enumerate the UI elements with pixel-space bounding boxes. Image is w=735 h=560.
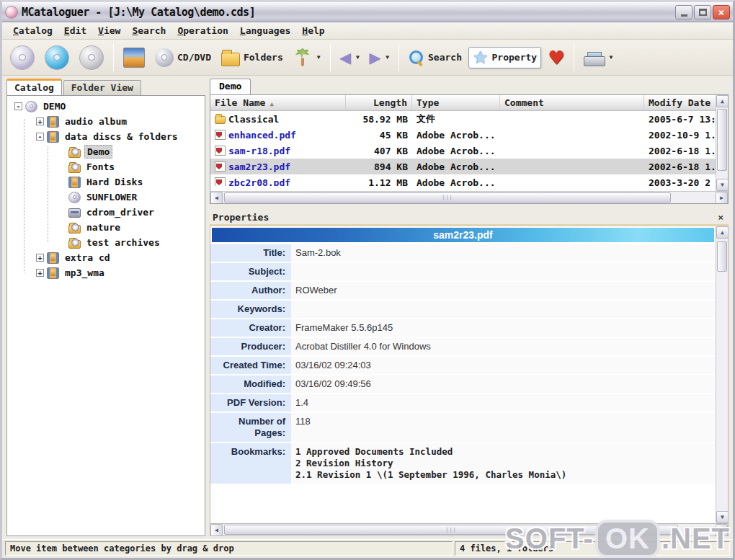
- properties-close-icon[interactable]: ×: [716, 212, 726, 223]
- tree-item-data-discs-folders[interactable]: -data discs & folders: [7, 129, 205, 144]
- search-icon: [409, 50, 424, 66]
- toolbar-separator: [398, 44, 399, 71]
- watermark-part3: .NET: [662, 523, 730, 555]
- column-header-type[interactable]: Type: [412, 95, 500, 110]
- scrollbar-thumb[interactable]: [717, 109, 727, 171]
- file-row-zbc2r08-pdf[interactable]: zbc2r08.pdf1.12 MBAdobe Acrob...2003-3-2…: [210, 174, 716, 186]
- app-window: MCataloguer - [J:\My Catalog\demo.cds] ×…: [0, 0, 735, 560]
- tree-item-mp3-wma[interactable]: +mp3_wma: [7, 265, 205, 280]
- minimize-button[interactable]: [675, 5, 692, 19]
- tree-item-fonts[interactable]: Fonts: [7, 159, 205, 174]
- scroll-left-icon[interactable]: ◀: [210, 192, 223, 204]
- forward-button[interactable]: ▶ ▼: [366, 47, 393, 68]
- content-area: Demo File Name▲LengthTypeCommentModify D…: [210, 79, 729, 536]
- property-row-pdf-version: PDF Version:1.4: [210, 394, 716, 413]
- menu-item-languages[interactable]: Languages: [235, 24, 295, 37]
- favorites-button[interactable]: ♥: [544, 47, 568, 68]
- dropdown-icon[interactable]: ▼: [386, 54, 389, 61]
- tree-item-cdrom-driver[interactable]: cdrom_driver: [7, 205, 205, 220]
- menu-item-catalog[interactable]: Catalog: [8, 24, 58, 37]
- tree-item-nature[interactable]: nature: [7, 220, 205, 235]
- dropdown-icon[interactable]: ▼: [317, 54, 321, 61]
- property-label: Subject:: [210, 263, 291, 280]
- file-row-classical[interactable]: Classical58.92 MB文件2005-6-7 13:: [210, 111, 716, 127]
- cell-modify_date: 2003-3-20 2: [644, 177, 716, 187]
- cell-type: Adobe Acrob...: [412, 177, 500, 187]
- file-row-sam2r23-pdf[interactable]: sam2r23.pdf894 KBAdobe Acrob...2002-6-18…: [210, 159, 716, 174]
- search-button[interactable]: Search: [405, 48, 466, 68]
- photo-button[interactable]: [120, 45, 148, 70]
- folders-button[interactable]: Folders: [218, 46, 287, 68]
- dropdown-icon[interactable]: ▼: [609, 54, 612, 61]
- print-button[interactable]: ▼: [580, 47, 616, 68]
- property-button[interactable]: ★ Property: [468, 47, 541, 68]
- collapse-icon[interactable]: -: [36, 133, 44, 141]
- folderdisc-icon: [68, 225, 81, 234]
- disc-silver-button[interactable]: [6, 43, 38, 72]
- menu-item-help[interactable]: Help: [297, 24, 329, 37]
- file-row-sam-r18-pdf[interactable]: sam-r18.pdf407 KBAdobe Acrob...2002-6-18…: [210, 143, 716, 159]
- catalog-tree: -DEMO+audio album-data discs & foldersDe…: [6, 95, 205, 536]
- maximize-icon: [699, 9, 707, 16]
- status-hint: Move item between categories by drag & d…: [5, 541, 453, 556]
- expand-icon[interactable]: +: [36, 117, 44, 125]
- cd-dvd-icon: [155, 48, 174, 67]
- expand-icon[interactable]: +: [36, 254, 44, 262]
- tree-item-extra-cd[interactable]: +extra cd: [7, 250, 205, 265]
- cell-name: sam-r18.pdf: [210, 146, 346, 156]
- property-label: Created Time:: [210, 357, 291, 374]
- property-row-keywords: Keywords:: [210, 301, 716, 319]
- tree-item-audio-album[interactable]: +audio album: [7, 114, 205, 129]
- scrollbar-thumb[interactable]: |||: [224, 192, 671, 203]
- cd-icon: [68, 192, 81, 203]
- dropdown-icon[interactable]: ▼: [356, 54, 360, 61]
- cd-dvd-button[interactable]: CD/DVD: [151, 46, 215, 69]
- expand-icon[interactable]: +: [36, 269, 44, 277]
- menu-item-view[interactable]: View: [93, 24, 125, 37]
- folderdisc-icon: [68, 164, 81, 173]
- tree-item-label: data discs & folders: [63, 130, 180, 143]
- collapse-icon[interactable]: -: [14, 102, 22, 110]
- column-header-length[interactable]: Length: [346, 95, 412, 110]
- scroll-right-icon[interactable]: ▶: [716, 192, 728, 204]
- folders-label: Folders: [244, 52, 283, 63]
- properties-vertical-scrollbar[interactable]: ▲ ▼: [716, 226, 728, 523]
- scroll-up-icon[interactable]: ▲: [716, 226, 729, 239]
- file-list-horizontal-scrollbar[interactable]: ◀ ||| ▶: [210, 191, 728, 203]
- menu-item-search[interactable]: Search: [127, 24, 171, 37]
- scroll-up-icon[interactable]: ▲: [716, 95, 729, 107]
- watermark-part1: SOFT-: [505, 523, 594, 555]
- file-row-enhanced-pdf[interactable]: enhanced.pdf45 KBAdobe Acrob...2002-10-9…: [210, 127, 716, 143]
- tree-view-button[interactable]: ▼: [290, 45, 324, 70]
- scroll-left-icon[interactable]: ◀: [210, 524, 223, 536]
- column-header-file-name[interactable]: File Name▲: [210, 95, 346, 110]
- menu-item-operation[interactable]: Operation: [172, 24, 233, 37]
- tree-item-demo[interactable]: -DEMO: [7, 99, 205, 114]
- maximize-button[interactable]: [694, 5, 711, 19]
- tree-item-hard-disks[interactable]: Hard Disks: [7, 174, 205, 190]
- tree-item-sunflower[interactable]: SUNFLOWER: [7, 190, 205, 205]
- close-button[interactable]: ×: [713, 5, 730, 19]
- scrollbar-thumb[interactable]: [717, 241, 727, 272]
- disc-gray-button[interactable]: [76, 43, 107, 72]
- scroll-down-icon[interactable]: ▼: [716, 179, 729, 191]
- property-row-number-of-pages: Number of Pages:118: [210, 413, 716, 443]
- pdf-icon: [215, 130, 226, 140]
- back-button[interactable]: ◀ ▼: [337, 47, 363, 68]
- property-value: ROWeber: [291, 282, 716, 299]
- file-list-vertical-scrollbar[interactable]: ▲ ▼: [716, 95, 728, 191]
- forward-icon: ▶: [370, 49, 380, 66]
- disc-blue-button[interactable]: [41, 43, 73, 72]
- toolbar-separator: [574, 44, 574, 71]
- property-value: 1.4: [291, 394, 716, 412]
- menu-item-edit[interactable]: Edit: [59, 24, 92, 37]
- cd-gray-icon: [79, 45, 104, 70]
- tab-catalog[interactable]: Catalog: [6, 79, 62, 95]
- tree-item-label: mp3_wma: [63, 267, 107, 279]
- column-header-modify-date[interactable]: Modify Date: [644, 95, 716, 110]
- column-header-comment[interactable]: Comment: [500, 95, 644, 110]
- tree-item-demo[interactable]: Demo: [7, 144, 205, 159]
- tab-demo[interactable]: Demo: [210, 79, 251, 94]
- tree-item-test-archives[interactable]: test archives: [7, 235, 205, 250]
- tab-folder-view[interactable]: Folder View: [63, 80, 141, 95]
